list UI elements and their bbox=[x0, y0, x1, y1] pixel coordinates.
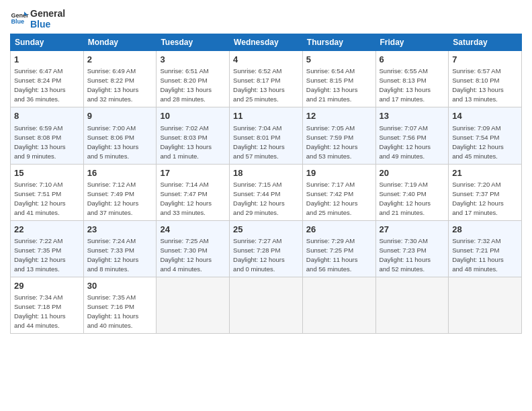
calendar-day-16: 16Sunrise: 7:12 AM Sunset: 7:49 PM Dayli… bbox=[83, 164, 157, 220]
calendar-day-20: 20Sunrise: 7:19 AM Sunset: 7:40 PM Dayli… bbox=[375, 164, 449, 220]
day-info: Sunrise: 7:24 AM Sunset: 7:33 PM Dayligh… bbox=[87, 237, 139, 273]
header-day-friday: Friday bbox=[375, 34, 449, 51]
day-number: 7 bbox=[452, 54, 518, 66]
calendar-day-28: 28Sunrise: 7:32 AM Sunset: 7:21 PM Dayli… bbox=[449, 220, 522, 277]
day-info: Sunrise: 7:05 AM Sunset: 7:59 PM Dayligh… bbox=[306, 124, 358, 160]
calendar-week-4: 29Sunrise: 7:34 AM Sunset: 7:18 PM Dayli… bbox=[11, 277, 522, 333]
header-row: SundayMondayTuesdayWednesdayThursdayFrid… bbox=[11, 34, 522, 51]
calendar-day-23: 23Sunrise: 7:24 AM Sunset: 7:33 PM Dayli… bbox=[83, 220, 157, 277]
calendar-day-22: 22Sunrise: 7:22 AM Sunset: 7:35 PM Dayli… bbox=[11, 220, 84, 277]
day-number: 20 bbox=[380, 167, 445, 179]
calendar-empty bbox=[230, 277, 303, 333]
logo-text-blue: Blue bbox=[30, 19, 65, 30]
day-number: 18 bbox=[233, 167, 299, 179]
calendar-day-12: 12Sunrise: 7:05 AM Sunset: 7:59 PM Dayli… bbox=[302, 107, 375, 164]
day-info: Sunrise: 7:20 AM Sunset: 7:37 PM Dayligh… bbox=[452, 181, 504, 216]
day-number: 30 bbox=[87, 280, 153, 292]
day-info: Sunrise: 6:51 AM Sunset: 8:20 PM Dayligh… bbox=[160, 67, 212, 103]
calendar-day-15: 15Sunrise: 7:10 AM Sunset: 7:51 PM Dayli… bbox=[11, 164, 84, 220]
calendar-empty bbox=[302, 277, 375, 333]
day-info: Sunrise: 7:12 AM Sunset: 7:49 PM Dayligh… bbox=[87, 181, 139, 216]
header-day-saturday: Saturday bbox=[449, 34, 522, 51]
calendar-day-24: 24Sunrise: 7:25 AM Sunset: 7:30 PM Dayli… bbox=[157, 220, 230, 277]
logo: General Blue General Blue bbox=[10, 7, 65, 30]
day-info: Sunrise: 7:14 AM Sunset: 7:47 PM Dayligh… bbox=[160, 181, 212, 216]
day-number: 13 bbox=[380, 110, 445, 122]
page-header: General Blue General Blue bbox=[10, 7, 522, 30]
calendar-day-8: 8Sunrise: 6:59 AM Sunset: 8:08 PM Daylig… bbox=[11, 107, 84, 164]
calendar-day-4: 4Sunrise: 6:52 AM Sunset: 8:17 PM Daylig… bbox=[230, 51, 303, 107]
day-info: Sunrise: 7:35 AM Sunset: 7:16 PM Dayligh… bbox=[87, 293, 139, 329]
svg-text:Blue: Blue bbox=[11, 18, 24, 25]
calendar-day-7: 7Sunrise: 6:57 AM Sunset: 8:10 PM Daylig… bbox=[449, 51, 522, 107]
day-info: Sunrise: 7:04 AM Sunset: 8:01 PM Dayligh… bbox=[233, 124, 285, 160]
day-info: Sunrise: 6:54 AM Sunset: 8:15 PM Dayligh… bbox=[306, 67, 358, 103]
calendar-day-14: 14Sunrise: 7:09 AM Sunset: 7:54 PM Dayli… bbox=[449, 107, 522, 164]
day-info: Sunrise: 7:19 AM Sunset: 7:40 PM Dayligh… bbox=[380, 181, 431, 216]
day-info: Sunrise: 7:07 AM Sunset: 7:56 PM Dayligh… bbox=[380, 124, 431, 160]
calendar-header: SundayMondayTuesdayWednesdayThursdayFrid… bbox=[11, 34, 522, 51]
day-info: Sunrise: 7:27 AM Sunset: 7:28 PM Dayligh… bbox=[233, 237, 285, 273]
day-number: 1 bbox=[14, 54, 80, 66]
calendar-empty bbox=[157, 277, 230, 333]
day-info: Sunrise: 7:10 AM Sunset: 7:51 PM Dayligh… bbox=[14, 181, 66, 216]
day-number: 12 bbox=[306, 110, 372, 122]
day-info: Sunrise: 7:22 AM Sunset: 7:35 PM Dayligh… bbox=[14, 237, 66, 273]
logo-text-general: General bbox=[30, 8, 65, 19]
day-number: 16 bbox=[87, 167, 153, 179]
calendar-day-10: 10Sunrise: 7:02 AM Sunset: 8:03 PM Dayli… bbox=[157, 107, 230, 164]
day-info: Sunrise: 6:57 AM Sunset: 8:10 PM Dayligh… bbox=[452, 67, 504, 103]
day-info: Sunrise: 6:47 AM Sunset: 8:24 PM Dayligh… bbox=[14, 67, 66, 103]
day-number: 2 bbox=[87, 54, 153, 66]
day-info: Sunrise: 7:29 AM Sunset: 7:25 PM Dayligh… bbox=[306, 237, 358, 273]
header-day-wednesday: Wednesday bbox=[230, 34, 303, 51]
calendar-week-3: 22Sunrise: 7:22 AM Sunset: 7:35 PM Dayli… bbox=[11, 220, 522, 277]
calendar-day-19: 19Sunrise: 7:17 AM Sunset: 7:42 PM Dayli… bbox=[302, 164, 375, 220]
header-day-thursday: Thursday bbox=[302, 34, 375, 51]
calendar-day-13: 13Sunrise: 7:07 AM Sunset: 7:56 PM Dayli… bbox=[375, 107, 449, 164]
calendar-day-1: 1Sunrise: 6:47 AM Sunset: 8:24 PM Daylig… bbox=[11, 51, 84, 107]
logo-icon: General Blue bbox=[10, 9, 29, 28]
day-info: Sunrise: 6:59 AM Sunset: 8:08 PM Dayligh… bbox=[14, 124, 66, 160]
day-info: Sunrise: 6:49 AM Sunset: 8:22 PM Dayligh… bbox=[87, 67, 139, 103]
day-number: 27 bbox=[380, 224, 445, 236]
day-number: 4 bbox=[233, 54, 299, 66]
day-number: 24 bbox=[160, 224, 226, 236]
calendar-day-11: 11Sunrise: 7:04 AM Sunset: 8:01 PM Dayli… bbox=[230, 107, 303, 164]
day-number: 15 bbox=[14, 167, 80, 179]
calendar-body: 1Sunrise: 6:47 AM Sunset: 8:24 PM Daylig… bbox=[11, 51, 522, 334]
day-number: 28 bbox=[452, 224, 518, 236]
day-number: 10 bbox=[160, 110, 226, 122]
calendar-day-3: 3Sunrise: 6:51 AM Sunset: 8:20 PM Daylig… bbox=[157, 51, 230, 107]
day-number: 17 bbox=[160, 167, 226, 179]
day-info: Sunrise: 7:00 AM Sunset: 8:06 PM Dayligh… bbox=[87, 124, 139, 160]
calendar-week-2: 15Sunrise: 7:10 AM Sunset: 7:51 PM Dayli… bbox=[11, 164, 522, 220]
day-number: 9 bbox=[87, 110, 153, 122]
calendar-empty bbox=[375, 277, 449, 333]
day-number: 8 bbox=[14, 110, 80, 122]
day-info: Sunrise: 7:25 AM Sunset: 7:30 PM Dayligh… bbox=[160, 237, 212, 273]
calendar-empty bbox=[449, 277, 522, 333]
day-number: 26 bbox=[306, 224, 372, 236]
calendar-day-2: 2Sunrise: 6:49 AM Sunset: 8:22 PM Daylig… bbox=[83, 51, 157, 107]
day-info: Sunrise: 7:34 AM Sunset: 7:18 PM Dayligh… bbox=[14, 293, 66, 329]
day-number: 3 bbox=[160, 54, 226, 66]
day-number: 21 bbox=[452, 167, 518, 179]
day-info: Sunrise: 6:55 AM Sunset: 8:13 PM Dayligh… bbox=[380, 67, 431, 103]
day-number: 23 bbox=[87, 224, 153, 236]
calendar-day-9: 9Sunrise: 7:00 AM Sunset: 8:06 PM Daylig… bbox=[83, 107, 157, 164]
day-info: Sunrise: 7:15 AM Sunset: 7:44 PM Dayligh… bbox=[233, 181, 285, 216]
day-info: Sunrise: 6:52 AM Sunset: 8:17 PM Dayligh… bbox=[233, 67, 285, 103]
calendar-day-25: 25Sunrise: 7:27 AM Sunset: 7:28 PM Dayli… bbox=[230, 220, 303, 277]
calendar-day-29: 29Sunrise: 7:34 AM Sunset: 7:18 PM Dayli… bbox=[11, 277, 84, 333]
header-day-monday: Monday bbox=[83, 34, 157, 51]
day-info: Sunrise: 7:09 AM Sunset: 7:54 PM Dayligh… bbox=[452, 124, 504, 160]
day-number: 22 bbox=[14, 224, 80, 236]
day-number: 14 bbox=[452, 110, 518, 122]
calendar-day-5: 5Sunrise: 6:54 AM Sunset: 8:15 PM Daylig… bbox=[302, 51, 375, 107]
day-info: Sunrise: 7:30 AM Sunset: 7:23 PM Dayligh… bbox=[380, 237, 431, 273]
day-number: 29 bbox=[14, 280, 80, 292]
calendar-day-21: 21Sunrise: 7:20 AM Sunset: 7:37 PM Dayli… bbox=[449, 164, 522, 220]
calendar-day-18: 18Sunrise: 7:15 AM Sunset: 7:44 PM Dayli… bbox=[230, 164, 303, 220]
day-info: Sunrise: 7:02 AM Sunset: 8:03 PM Dayligh… bbox=[160, 124, 212, 160]
